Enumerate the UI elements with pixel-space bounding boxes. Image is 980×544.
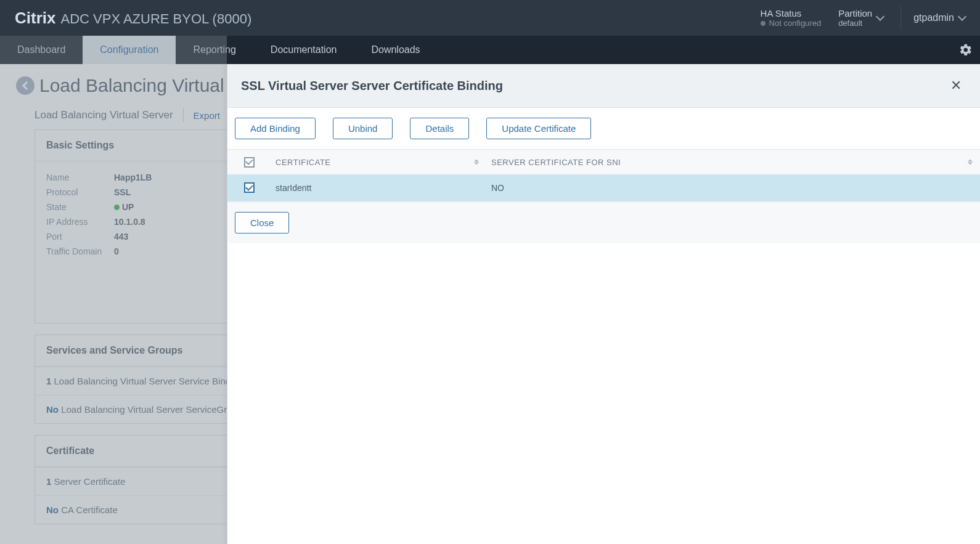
export-link[interactable]: Export: [194, 110, 220, 121]
update-certificate-button[interactable]: Update Certificate: [486, 118, 591, 139]
partition-label: Partition: [838, 8, 872, 18]
chevron-down-icon: [876, 12, 884, 21]
sort-icon: [474, 160, 479, 165]
row-checkbox[interactable]: [244, 182, 255, 193]
tab-configuration[interactable]: Configuration: [83, 36, 176, 64]
state-up-icon: [114, 205, 120, 210]
close-icon[interactable]: ✕: [945, 75, 966, 96]
back-arrow-icon: [22, 81, 30, 90]
tab-downloads[interactable]: Downloads: [354, 36, 437, 64]
divider: [183, 108, 184, 122]
top-header: Citrix ADC VPX AZURE BYOL (8000) HA Stat…: [0, 0, 980, 36]
back-button[interactable]: [16, 76, 35, 95]
unbind-button[interactable]: Unbind: [333, 118, 393, 139]
brand: Citrix ADC VPX AZURE BYOL (8000): [15, 9, 251, 28]
page-title: Load Balancing Virtual: [39, 75, 224, 96]
ha-status-dot-icon: [761, 21, 766, 26]
ha-status: HA Status Not configured: [761, 8, 822, 28]
ssl-certificate-binding-panel: SSL Virtual Server Server Certificate Bi…: [227, 64, 980, 544]
add-binding-button[interactable]: Add Binding: [235, 118, 316, 139]
ha-status-value: Not configured: [761, 18, 822, 28]
bindings-table: CERTIFICATE SERVER CERTIFICATE FOR SNI s…: [227, 149, 980, 201]
ha-status-title: HA Status: [761, 8, 822, 18]
select-all-checkbox[interactable]: [244, 157, 255, 168]
user-name: gtpadmin: [913, 12, 954, 23]
tab-reporting[interactable]: Reporting: [176, 36, 253, 64]
tab-documentation[interactable]: Documentation: [253, 36, 354, 64]
panel-header: SSL Virtual Server Server Certificate Bi…: [227, 64, 980, 108]
partition-value: default: [838, 18, 862, 28]
column-sni[interactable]: SERVER CERTIFICATE FOR SNI: [486, 158, 980, 167]
cell-sni: NO: [486, 183, 980, 193]
table-header: CERTIFICATE SERVER CERTIFICATE FOR SNI: [227, 150, 980, 174]
panel-toolbar: Add Binding Unbind Details Update Certif…: [227, 108, 980, 149]
tab-dashboard[interactable]: Dashboard: [0, 36, 83, 64]
panel-title: SSL Virtual Server Server Certificate Bi…: [241, 79, 503, 93]
column-certificate[interactable]: CERTIFICATE: [271, 158, 486, 167]
user-menu[interactable]: gtpadmin: [900, 6, 965, 30]
table-row[interactable]: starIdentt NO: [227, 174, 980, 201]
settings-gear-button[interactable]: [952, 36, 980, 64]
partition-selector[interactable]: Partition default: [838, 8, 883, 28]
chevron-down-icon: [958, 12, 966, 21]
brand-main: Citrix: [15, 9, 55, 28]
sort-icon: [968, 160, 973, 165]
top-header-right: HA Status Not configured Partition defau…: [761, 6, 965, 30]
details-button[interactable]: Details: [410, 118, 469, 139]
nav-tabs: Dashboard Configuration Reporting Docume…: [0, 36, 980, 64]
cell-certificate: starIdentt: [271, 183, 486, 193]
brand-sub: ADC VPX AZURE BYOL (8000): [60, 11, 251, 27]
close-button[interactable]: Close: [235, 212, 289, 233]
gear-icon: [959, 43, 973, 57]
sub-bar-label: Load Balancing Virtual Server: [35, 109, 173, 121]
panel-footer: Close: [227, 201, 980, 243]
